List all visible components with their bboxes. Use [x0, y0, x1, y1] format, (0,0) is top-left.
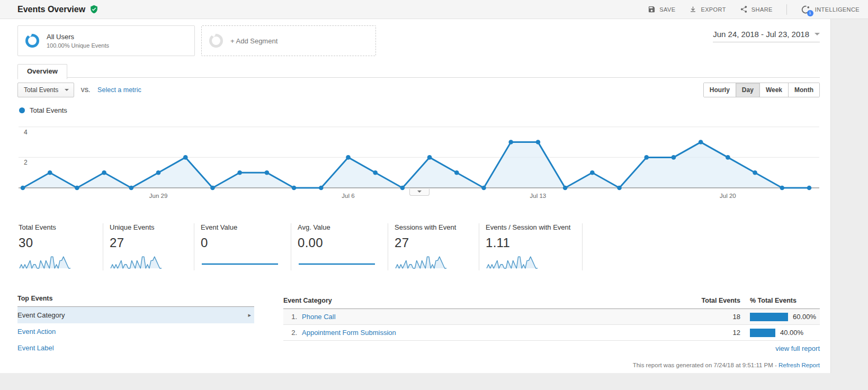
svg-text:Jul 6: Jul 6 — [342, 193, 354, 199]
top-events-item-event-action[interactable]: Event Action — [17, 323, 254, 340]
pct-label: 60.00% — [793, 313, 816, 321]
export-button[interactable]: EXPORT — [689, 5, 726, 13]
top-events-panel: Top Events Event Category ▸ Event Action… — [17, 295, 254, 356]
granularity-week[interactable]: Week — [759, 83, 788, 97]
page-title: Events Overview — [17, 5, 85, 14]
granularity-toggle: Hourly Day Week Month — [703, 83, 820, 97]
top-events-title: Top Events — [17, 295, 254, 307]
refresh-report-link[interactable]: Refresh Report — [778, 362, 820, 368]
svg-text:2: 2 — [24, 159, 28, 166]
top-events-item-event-label[interactable]: Event Label — [17, 340, 254, 356]
svg-text:Jul 13: Jul 13 — [530, 193, 547, 199]
pct-bar — [750, 329, 775, 337]
intelligence-badge: 1 — [807, 10, 813, 16]
verified-shield-icon — [90, 5, 99, 14]
chevron-down-icon — [65, 89, 69, 91]
event-category-link[interactable]: Phone Call — [302, 313, 336, 321]
top-events-item-event-category[interactable]: Event Category ▸ — [17, 307, 254, 323]
tab-overview[interactable]: Overview — [17, 64, 67, 79]
add-segment-donut-icon — [209, 34, 223, 48]
segment-all-users[interactable]: All Users 100.00% Unique Events — [17, 25, 195, 56]
sparkline — [298, 253, 376, 270]
header-total-events: Total Events — [690, 297, 740, 304]
granularity-hourly[interactable]: Hourly — [704, 83, 736, 97]
share-button[interactable]: SHARE — [740, 5, 773, 13]
intelligence-button[interactable]: 1 INTELLIGENCE — [801, 5, 860, 14]
card-total-events[interactable]: Total Events 30 — [19, 223, 103, 270]
arrow-right-icon: ▸ — [248, 307, 251, 323]
download-icon — [689, 5, 697, 13]
svg-text:Jun 29: Jun 29 — [149, 193, 168, 199]
tab-bar: Overview — [17, 64, 820, 78]
pct-bar — [750, 313, 788, 321]
granularity-day[interactable]: Day — [736, 83, 759, 97]
metric-dropdown[interactable]: Total Events — [17, 83, 74, 97]
table-row: 2. Appointment Form Submission 12 40.00% — [283, 325, 820, 341]
select-metric-link[interactable]: Select a metric — [97, 86, 141, 94]
chevron-down-icon — [417, 191, 422, 193]
segment-name: All Users — [47, 33, 109, 41]
save-button[interactable]: SAVE — [648, 5, 675, 13]
row-total: 12 — [690, 329, 740, 337]
row-rank: 1. — [283, 313, 297, 321]
legend-dot-icon — [19, 107, 25, 113]
card-events-per-session[interactable]: Events / Session with Event 1.11 — [486, 223, 583, 270]
summary-cards-row: Total Events 30 Unique Events 27 Event V… — [17, 223, 820, 270]
view-full-report-link[interactable]: view full report — [775, 344, 820, 352]
sparkline — [201, 253, 279, 270]
share-icon — [740, 5, 748, 13]
event-category-table: Event Category Total Events % Total Even… — [283, 295, 820, 356]
sparkline — [110, 253, 182, 270]
card-event-value[interactable]: Event Value 0 — [201, 223, 291, 270]
svg-text:4: 4 — [24, 129, 28, 136]
chart-legend: Total Events — [17, 106, 820, 114]
report-generated-note: This report was generated on 7/24/18 at … — [633, 362, 820, 368]
table-header-row: Event Category Total Events % Total Even… — [283, 295, 820, 309]
date-range-selector[interactable]: Jun 24, 2018 - Jul 23, 2018 — [713, 30, 820, 42]
intelligence-icon: 1 — [801, 5, 811, 14]
event-category-link[interactable]: Appointment Form Submission — [302, 329, 396, 337]
svg-text:Jul 20: Jul 20 — [720, 193, 736, 199]
pct-label: 40.00% — [780, 329, 803, 337]
main-panel: All Users 100.00% Unique Events + Add Se… — [0, 19, 831, 373]
sparkline — [19, 253, 91, 270]
sparkline — [395, 253, 467, 270]
save-icon — [648, 5, 656, 13]
segment-donut-icon — [25, 34, 39, 48]
header-pct-total-events: % Total Events — [740, 297, 820, 304]
add-segment-button[interactable]: + Add Segment — [201, 25, 376, 56]
vs-label: VS. — [80, 87, 90, 93]
annotations-expander-button[interactable] — [409, 189, 429, 196]
segment-detail: 100.00% Unique Events — [47, 42, 109, 49]
row-total: 18 — [690, 313, 740, 321]
chevron-down-icon — [815, 33, 820, 35]
header-divider — [786, 4, 787, 15]
top-action-bar: Events Overview SAVE EXPORT SHARE 1 INTE… — [0, 0, 868, 19]
events-line-chart[interactable]: 24Jun 29Jul 6Jul 13Jul 20 — [19, 119, 820, 205]
table-row: 1. Phone Call 18 60.00% — [283, 309, 820, 325]
card-sessions-with-event[interactable]: Sessions with Event 27 — [395, 223, 479, 270]
card-avg-value[interactable]: Avg. Value 0.00 — [298, 223, 388, 270]
card-unique-events[interactable]: Unique Events 27 — [110, 223, 194, 270]
sparkline — [486, 253, 570, 270]
header-event-category: Event Category — [283, 297, 690, 304]
granularity-month[interactable]: Month — [788, 83, 819, 97]
row-rank: 2. — [283, 329, 297, 337]
